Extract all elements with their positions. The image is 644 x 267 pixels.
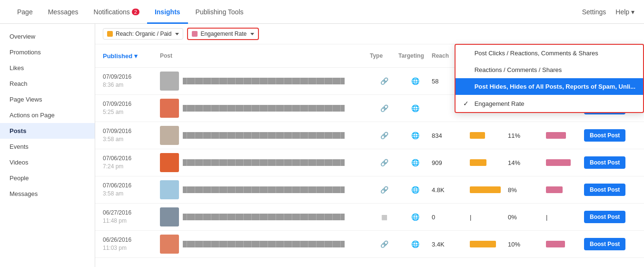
boost-post-button-2[interactable]: Boost Post [584, 129, 625, 142]
post-thumbnail-4 [160, 180, 179, 199]
cell-chart2-5: | [546, 214, 584, 221]
dropdown-item-reactions[interactable]: Reactions / Comments / Shares [456, 62, 643, 78]
cell-chart1-2 [470, 132, 508, 139]
cell-chart2-4 [546, 186, 584, 193]
targeting-icon-6: 🌐 [411, 240, 419, 248]
engagement-bar-2 [546, 132, 566, 139]
nav-notifications[interactable]: Notifications 2 [86, 0, 147, 24]
cell-type-5: ▦ [370, 213, 398, 221]
sidebar-item-people[interactable]: People [0, 170, 95, 186]
sidebar-item-overview[interactable]: Overview [0, 29, 95, 44]
targeting-icon-3: 🌐 [411, 159, 419, 166]
reach-bar-3 [470, 159, 486, 166]
boost-post-button-4[interactable]: Boost Post [584, 184, 625, 196]
sidebar-item-videos[interactable]: Videos [0, 154, 95, 170]
top-nav-right: Settings Help ▾ [582, 8, 634, 16]
nav-messages[interactable]: Messages [40, 0, 86, 24]
col-header-targeting: Targeting [398, 52, 432, 59]
dropdown-item-post-clicks[interactable]: Post Clicks / Reactions, Comments & Shar… [456, 45, 643, 62]
sidebar-item-events[interactable]: Events [0, 139, 95, 154]
cell-reach-5: 0 [432, 214, 470, 221]
metrics-wrapper: Reach: Organic / Paid Engagement Rate Po… [95, 24, 644, 44]
cell-post-6: ████████████████████████████████████████ [160, 235, 370, 254]
metrics-dropdown: Post Clicks / Reactions, Comments & Shar… [455, 44, 644, 113]
cell-post-0: ████████████████████████████████████████ [160, 72, 370, 91]
reach-bar-4 [470, 186, 501, 193]
engagement-bar-4 [546, 186, 563, 193]
sidebar-item-page-views[interactable]: Page Views [0, 92, 95, 107]
reach-metric-pill[interactable]: Reach: Organic / Paid [103, 28, 183, 40]
cell-type-0: 🔗 [370, 77, 398, 85]
post-thumbnail-6 [160, 235, 179, 254]
targeting-icon-2: 🌐 [411, 132, 419, 139]
nav-help[interactable]: Help ▾ [615, 8, 634, 16]
post-thumbnail-2 [160, 126, 179, 145]
boost-post-button-6[interactable]: Boost Post [584, 238, 625, 250]
cell-published-4: 07/06/2016 3:58 am [103, 182, 160, 198]
col-header-post: Post [160, 52, 370, 59]
cell-engagement-2: 11% [508, 132, 546, 139]
boost-post-button-5[interactable]: Boost Post [584, 211, 625, 223]
cell-targeting-2: 🌐 [398, 132, 432, 139]
cell-targeting-4: 🌐 [398, 186, 432, 194]
targeting-icon-1: 🌐 [411, 104, 419, 112]
dropdown-item-post-hides[interactable]: Post Hides, Hides of All Posts, Reports … [456, 78, 643, 95]
table-row: 07/09/2016 3:58 am █████████████████████… [95, 122, 644, 149]
engagement-dropdown-arrow[interactable] [250, 33, 254, 35]
col-header-published[interactable]: Published ▾ [103, 52, 160, 60]
post-thumbnail-3 [160, 153, 179, 172]
cell-chart2-3 [546, 159, 584, 166]
cell-chart1-3 [470, 159, 508, 166]
cell-boost-4: Boost Post [584, 184, 636, 196]
main-content: Reach: Organic / Paid Engagement Rate Po… [95, 24, 644, 267]
sidebar-item-messages[interactable]: Messages [0, 186, 95, 202]
type-icon-0: 🔗 [380, 77, 388, 85]
nav-settings[interactable]: Settings [582, 8, 606, 16]
engagement-dot [192, 31, 198, 37]
cell-published-0: 07/09/2016 8:36 am [103, 73, 160, 89]
sidebar-item-promotions[interactable]: Promotions [0, 44, 95, 60]
cell-targeting-0: 🌐 [398, 77, 432, 85]
cell-engagement-4: 8% [508, 186, 546, 194]
type-icon-1: 🔗 [380, 104, 388, 112]
post-text-0: ████████████████████████████████████████ [183, 78, 345, 84]
cell-type-6: 🔗 [370, 240, 398, 248]
cell-published-6: 06/26/2016 11:03 pm [103, 236, 160, 252]
reach-dropdown-arrow[interactable] [175, 33, 179, 35]
post-text-3: ████████████████████████████████████████ [183, 159, 345, 166]
dropdown-item-engagement-rate[interactable]: ✓ Engagement Rate [456, 95, 643, 112]
sidebar-item-reach[interactable]: Reach [0, 76, 95, 92]
type-icon-6: 🔗 [380, 240, 388, 248]
cell-reach-4: 4.8K [432, 186, 470, 194]
cell-type-4: 🔗 [370, 186, 398, 194]
sidebar-item-posts[interactable]: Posts [0, 123, 95, 139]
reach-bar-2 [470, 132, 485, 139]
reach-dot [107, 31, 113, 37]
type-icon-3: 🔗 [380, 159, 388, 166]
sidebar-item-actions-on-page[interactable]: Actions on Page [0, 107, 95, 123]
cell-published-3: 07/06/2016 7:24 pm [103, 154, 160, 171]
top-navigation: Page Messages Notifications 2 Insights P… [0, 0, 644, 24]
table-row: 06/26/2016 11:03 pm ████████████████████… [95, 231, 644, 258]
nav-page[interactable]: Page [10, 0, 40, 24]
cell-boost-6: Boost Post [584, 238, 636, 250]
table-row: 07/06/2016 3:58 am █████████████████████… [95, 176, 644, 204]
table-row: 07/06/2016 7:24 pm █████████████████████… [95, 149, 644, 176]
cell-published-1: 07/09/2016 5:25 am [103, 100, 160, 116]
post-text-5: ████████████████████████████████████████ [183, 214, 345, 220]
nav-publishing-tools[interactable]: Publishing Tools [188, 0, 251, 24]
cell-chart1-5: | [470, 214, 508, 221]
reach-label: Reach: Organic / Paid [116, 31, 171, 37]
cell-post-3: ████████████████████████████████████████ [160, 153, 370, 172]
nav-insights[interactable]: Insights [147, 0, 188, 24]
engagement-label: Engagement Rate [200, 31, 247, 37]
engagement-metric-pill[interactable]: Engagement Rate [187, 28, 259, 40]
metrics-bar: Reach: Organic / Paid Engagement Rate Po… [95, 24, 644, 44]
sidebar-item-likes[interactable]: Likes [0, 60, 95, 76]
post-text-4: ████████████████████████████████████████ [183, 186, 345, 193]
cell-engagement-5: 0% [508, 214, 546, 221]
col-header-type: Type [370, 52, 398, 59]
type-icon-2: 🔗 [380, 132, 388, 139]
boost-post-button-3[interactable]: Boost Post [584, 156, 625, 169]
cell-chart1-4 [470, 186, 508, 193]
